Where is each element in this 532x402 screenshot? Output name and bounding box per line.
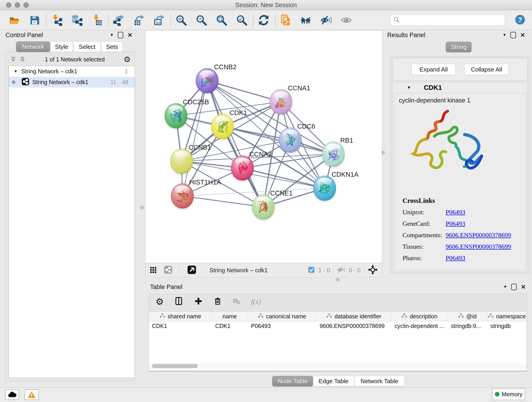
column-header-description[interactable]: description <box>391 312 448 321</box>
delete-column-icon[interactable] <box>213 297 222 306</box>
crosslink-link[interactable]: 9606.ENSP00000378699 <box>446 243 511 250</box>
open-session-icon[interactable] <box>9 14 20 26</box>
network-graph: CCNB2 CCNA1 CDC25B CDK1 CDC6 RB1 CCNB1 C… <box>146 31 382 263</box>
network-collection-row[interactable]: ▼ String Network – cdk1 1 <box>9 66 135 77</box>
import-network-file-icon[interactable] <box>51 14 62 26</box>
column-header-namespace[interactable]: namespace <box>487 312 527 321</box>
tab-edge-table[interactable]: Edge Table <box>313 376 354 386</box>
add-column-icon[interactable] <box>194 297 203 306</box>
status-bar: Memory <box>0 387 532 402</box>
export-network-icon[interactable] <box>113 14 125 26</box>
network-edge[interactable] <box>207 81 263 207</box>
memory-button[interactable]: Memory <box>492 388 525 400</box>
collapse-panel-icon[interactable]: ▼ <box>503 285 507 289</box>
close-window-icon[interactable] <box>6 2 12 8</box>
minimize-window-icon[interactable] <box>15 2 20 8</box>
network-row[interactable]: String Network – cdk1 11 48 <box>9 77 135 88</box>
search-input[interactable] <box>402 17 505 24</box>
column-header--id[interactable]: @id <box>448 312 487 321</box>
warning-button[interactable] <box>25 389 39 400</box>
crosslink-link[interactable]: 9606.ENSP00000378699 <box>446 231 511 239</box>
tab-sets[interactable]: Sets <box>101 41 123 52</box>
table-cell[interactable]: CDK1 <box>212 323 248 329</box>
save-session-icon[interactable] <box>29 14 40 26</box>
network-node-CDK1[interactable]: CDK1 <box>211 109 247 140</box>
toolbar-icon-group <box>9 13 361 27</box>
clone-network-icon[interactable] <box>280 14 291 26</box>
tab-select[interactable]: Select <box>73 41 101 52</box>
pan-crosshair-icon[interactable] <box>368 265 378 276</box>
selected-checkbox-icon[interactable] <box>308 266 315 274</box>
hide-selected-icon[interactable] <box>320 14 332 26</box>
string-results-container: Expand All Collapse All ▼ CDK1 cyclin-de… <box>391 57 529 273</box>
zoom-out-icon[interactable] <box>196 14 207 26</box>
column-header-canonical-name[interactable]: canonical name <box>248 312 317 321</box>
network-node-CCNE1[interactable]: CCNE1 <box>252 190 293 220</box>
collapse-panel-icon[interactable]: ▼ <box>110 33 114 37</box>
network-edge[interactable] <box>182 196 263 207</box>
tab-network-table[interactable]: Network Table <box>354 376 405 386</box>
scrollbar-thumb[interactable] <box>152 364 198 368</box>
collapse-panel-icon[interactable]: ▼ <box>502 33 506 37</box>
column-header-database-identifier[interactable]: database identifier <box>317 312 391 321</box>
table-cell[interactable]: 9606.ENSP00000378699 <box>317 323 391 329</box>
import-network-db-icon[interactable] <box>71 14 82 26</box>
column-header-name[interactable]: name <box>212 312 248 321</box>
birdseye-view-icon[interactable] <box>187 265 196 275</box>
zoom-fit-icon[interactable] <box>216 14 227 26</box>
export-image-icon[interactable] <box>153 14 165 26</box>
import-table-file-icon[interactable] <box>91 14 103 26</box>
node-label-HIST1H1A: HIST1H1A <box>189 179 221 186</box>
tab-network[interactable]: Network <box>16 41 50 52</box>
node-details-header[interactable]: ▼ CDK1 <box>393 82 527 93</box>
float-panel-icon[interactable] <box>118 32 123 38</box>
table-row[interactable]: CDK1CDK1P064939606.ENSP00000378699cyclin… <box>149 321 527 331</box>
close-panel-icon[interactable]: ✕ <box>520 32 525 39</box>
tab-string[interactable]: String <box>446 42 471 52</box>
zoom-in-icon[interactable] <box>176 14 187 26</box>
table-toolbar: ⚙ f(x) <box>148 294 527 309</box>
table-cell[interactable]: P06493 <box>248 323 317 329</box>
tab-node-table[interactable]: Node Table <box>272 376 313 386</box>
column-header-shared-name[interactable]: shared name <box>149 312 212 321</box>
network-options-gear-icon[interactable]: ⚙ <box>124 56 131 63</box>
close-panel-icon[interactable]: ✕ <box>521 283 526 291</box>
network-node-RB1[interactable]: RB1 <box>322 137 353 167</box>
cloud-button[interactable] <box>5 389 19 400</box>
view-mode-share-icon[interactable] <box>163 265 173 275</box>
table-cell[interactable]: stringdb <box>487 323 527 329</box>
zoom-selected-icon[interactable] <box>236 14 247 26</box>
search-box[interactable] <box>390 15 505 26</box>
tab-style[interactable]: Style <box>51 41 73 52</box>
section-expander-icon[interactable]: ▼ <box>407 85 411 90</box>
zoom-window-icon[interactable] <box>23 2 29 8</box>
network-node-CCNB1[interactable]: CCNB1 <box>171 144 211 174</box>
memory-status-icon <box>495 392 500 396</box>
table-gear-icon[interactable]: ⚙ <box>156 297 164 306</box>
export-table-icon[interactable] <box>133 14 145 26</box>
network-node-HIST1H1A[interactable]: HIST1H1A <box>171 179 221 209</box>
crosslink-link[interactable]: P06493 <box>446 209 465 216</box>
table-cell[interactable]: CDK1 <box>149 323 212 329</box>
help-button[interactable]: ? <box>515 14 526 26</box>
expand-all-networks-icon[interactable] <box>19 56 26 63</box>
close-panel-icon[interactable]: ✕ <box>127 32 133 39</box>
network-canvas[interactable]: CCNB2 CCNA1 CDC25B CDK1 CDC6 RB1 CCNB1 C… <box>145 30 382 263</box>
collapse-all-button[interactable]: Collapse All <box>464 64 509 75</box>
crosslink-link[interactable]: P06493 <box>446 254 465 262</box>
node-label-CCNB2: CCNB2 <box>214 63 236 70</box>
tree-expander-icon[interactable]: ▼ <box>14 69 18 74</box>
grid-mode-icon[interactable] <box>149 266 157 275</box>
collapse-all-networks-icon[interactable] <box>10 56 17 63</box>
show-columns-icon[interactable] <box>174 297 184 307</box>
first-neighbors-icon[interactable] <box>300 14 312 26</box>
refresh-icon[interactable] <box>258 14 269 26</box>
table-cell[interactable]: stringdb:9... <box>448 323 487 329</box>
left-splitter-handle[interactable] <box>140 206 144 209</box>
float-panel-icon[interactable] <box>511 284 517 290</box>
table-cell[interactable]: cyclin-dependent ... <box>391 323 448 329</box>
expand-all-button[interactable]: Expand All <box>412 64 456 75</box>
crosslink-link[interactable]: P06493 <box>446 220 465 227</box>
float-panel-icon[interactable] <box>510 32 516 38</box>
network-node-CDKN1A[interactable]: CDKN1A <box>313 171 359 201</box>
